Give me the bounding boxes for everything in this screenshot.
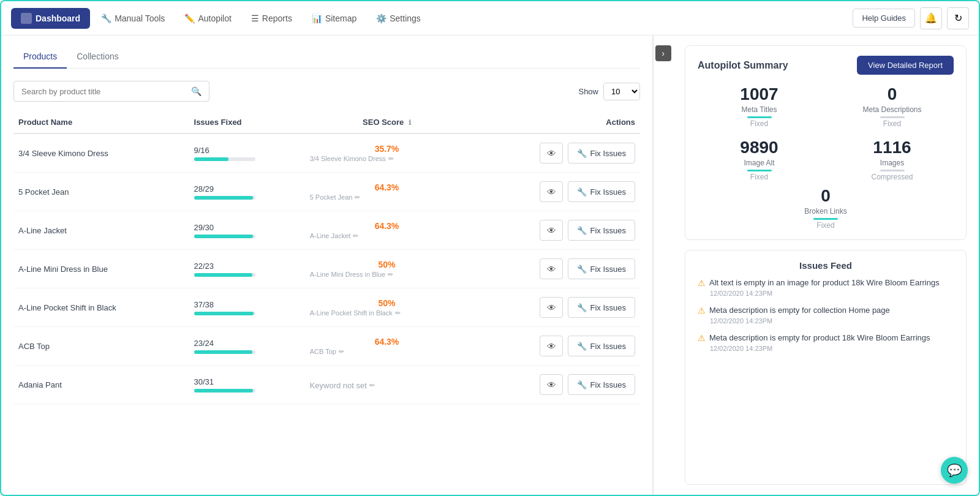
search-row: 🔍 Show 10 25 50 100 xyxy=(13,81,640,102)
seo-score: 50% A-Line Mini Dress in Blue ✏ xyxy=(310,260,464,279)
actions: 👁 🔧 Fix Issues xyxy=(473,297,635,318)
wrench-icon: 🔧 xyxy=(577,342,587,351)
fix-issues-label: Fix Issues xyxy=(590,187,626,197)
seo-score: 64.3% 5 Pocket Jean ✏ xyxy=(310,182,464,201)
wrench-icon: 🔧 xyxy=(577,226,587,235)
tabs: Products Collections xyxy=(13,45,640,69)
actions: 👁 🔧 Fix Issues xyxy=(473,258,635,279)
fix-issues-button[interactable]: 🔧 Fix Issues xyxy=(568,374,635,395)
tab-collections[interactable]: Collections xyxy=(67,45,128,69)
sitemap-label: Sitemap xyxy=(325,13,356,23)
wrench-icon: 🔧 xyxy=(577,380,587,389)
fix-issues-button[interactable]: 🔧 Fix Issues xyxy=(568,297,635,318)
table-row: ACB Top 23/24 64.3% ACB Top ✏ 👁 🔧 Fix Is… xyxy=(13,327,640,366)
product-name-cell: A-Line Jacket xyxy=(13,211,189,250)
actions-cell: 👁 🔧 Fix Issues xyxy=(469,173,640,211)
broken-links-row: 0 Broken Links Fixed xyxy=(698,186,954,230)
fix-issues-button[interactable]: 🔧 Fix Issues xyxy=(568,336,635,356)
autopilot-nav[interactable]: ✏️ Autopilot xyxy=(176,9,239,28)
issue-description: Meta description is empty for collection… xyxy=(709,306,890,315)
seo-score: 64.3% ACB Top ✏ xyxy=(310,337,464,356)
progress-bar-bg xyxy=(194,389,255,393)
edit-keyword-icon[interactable]: ✏ xyxy=(369,381,375,389)
fix-issues-button[interactable]: 🔧 Fix Issues xyxy=(568,220,635,241)
seo-keyword-label: 5 Pocket Jean ✏ xyxy=(310,194,464,201)
view-product-button[interactable]: 👁 xyxy=(540,374,563,395)
autopilot-title: Autopilot Summary xyxy=(698,60,788,71)
show-select[interactable]: 10 25 50 100 xyxy=(603,83,640,100)
meta-titles-sub: Fixed xyxy=(698,119,821,128)
view-product-button[interactable]: 👁 xyxy=(540,297,563,318)
issue-timestamp: 12/02/2020 14:23PM xyxy=(698,345,951,352)
meta-titles-num: 1007 xyxy=(698,85,821,104)
help-guides-button[interactable]: Help Guides xyxy=(853,9,915,28)
view-product-button[interactable]: 👁 xyxy=(540,220,563,241)
edit-keyword-icon[interactable]: ✏ xyxy=(388,271,393,279)
table-row: 5 Pocket Jean 28/29 64.3% 5 Pocket Jean … xyxy=(13,173,640,211)
issues-num: 29/30 xyxy=(194,223,300,232)
issues-num: 30/31 xyxy=(194,377,300,386)
meta-titles-underline xyxy=(747,116,772,118)
view-product-button[interactable]: 👁 xyxy=(540,143,563,163)
seo-score: 64.3% A-Line Jacket ✏ xyxy=(310,221,464,240)
product-name-cell: Adania Pant xyxy=(13,366,189,404)
images-label: Images xyxy=(831,159,954,167)
broken-links-stat: 0 Broken Links Fixed xyxy=(804,186,846,230)
view-detailed-report-button[interactable]: View Detailed Report xyxy=(857,56,954,75)
actions-cell: 👁 🔧 Fix Issues xyxy=(469,211,640,250)
sitemap-icon: 📊 xyxy=(312,13,322,23)
product-name-cell: 5 Pocket Jean xyxy=(13,173,189,211)
refresh-icon: ↻ xyxy=(954,12,962,24)
seo-percentage: 64.3% xyxy=(310,182,464,192)
progress-bar-fill xyxy=(194,196,253,200)
col-product-name: Product Name xyxy=(13,111,189,133)
fix-issues-button[interactable]: 🔧 Fix Issues xyxy=(568,181,635,202)
edit-keyword-icon[interactable]: ✏ xyxy=(395,309,401,317)
edit-keyword-icon[interactable]: ✏ xyxy=(388,155,394,163)
issues-fixed: 29/30 xyxy=(194,223,300,238)
seo-percentage: 50% xyxy=(310,298,464,308)
chat-bubble-button[interactable]: 💬 xyxy=(941,457,968,484)
edit-keyword-icon[interactable]: ✏ xyxy=(353,232,358,240)
progress-bar-bg xyxy=(194,312,255,315)
fix-issues-button[interactable]: 🔧 Fix Issues xyxy=(568,258,635,279)
seo-keyword-label: A-Line Mini Dress in Blue ✏ xyxy=(310,271,464,279)
col-seo-score: SEO Score ℹ xyxy=(305,111,469,133)
progress-bar-bg xyxy=(194,235,255,238)
warning-icon: ⚠ xyxy=(698,278,706,288)
reports-nav[interactable]: ☰ Reports xyxy=(243,9,301,28)
edit-keyword-icon[interactable]: ✏ xyxy=(339,348,344,356)
dashboard-button[interactable]: Dashboard xyxy=(11,8,90,29)
product-name: 3/4 Sleeve Kimono Dress xyxy=(18,149,108,158)
fix-issues-button[interactable]: 🔧 Fix Issues xyxy=(568,143,635,163)
sitemap-nav[interactable]: 📊 Sitemap xyxy=(303,9,365,28)
issue-description: Meta description is empty for product 18… xyxy=(709,333,930,342)
progress-bar-bg xyxy=(194,196,255,200)
table-row: 3/4 Sleeve Kimono Dress 9/16 35.7% 3/4 S… xyxy=(13,133,640,173)
issues-fixed-cell: 9/16 xyxy=(189,133,305,173)
issue-text: ⚠ Meta description is empty for collecti… xyxy=(698,306,951,315)
meta-desc-stat: 0 Meta Descriptions Fixed xyxy=(831,85,954,128)
seo-percentage: 64.3% xyxy=(310,221,464,231)
search-icon: 🔍 xyxy=(191,86,202,96)
settings-nav[interactable]: ⚙️ Settings xyxy=(368,9,429,28)
issues-list: ⚠ Alt text is empty in an image for prod… xyxy=(698,278,954,352)
issues-fixed: 28/29 xyxy=(194,184,300,200)
toggle-right-panel-button[interactable]: › xyxy=(655,45,671,61)
search-input[interactable] xyxy=(21,87,186,96)
images-num: 1116 xyxy=(831,138,954,157)
manual-tools-nav[interactable]: 🔧 Manual Tools xyxy=(92,9,173,28)
edit-keyword-icon[interactable]: ✏ xyxy=(355,194,360,201)
view-product-button[interactable]: 👁 xyxy=(540,181,563,202)
meta-desc-label: Meta Descriptions xyxy=(831,105,954,114)
tab-products[interactable]: Products xyxy=(13,45,67,69)
broken-links-sub: Fixed xyxy=(804,221,846,230)
view-product-button[interactable]: 👁 xyxy=(540,336,563,356)
progress-bar-bg xyxy=(194,157,255,161)
view-product-button[interactable]: 👁 xyxy=(540,258,563,279)
refresh-button[interactable]: ↻ xyxy=(947,7,969,29)
progress-bar-fill xyxy=(194,312,254,315)
seo-keyword-label: A-Line Pocket Shift in Black ✏ xyxy=(310,309,464,317)
right-panel: Autopilot Summary View Detailed Report 1… xyxy=(673,36,979,495)
notifications-button[interactable]: 🔔 xyxy=(920,7,942,29)
